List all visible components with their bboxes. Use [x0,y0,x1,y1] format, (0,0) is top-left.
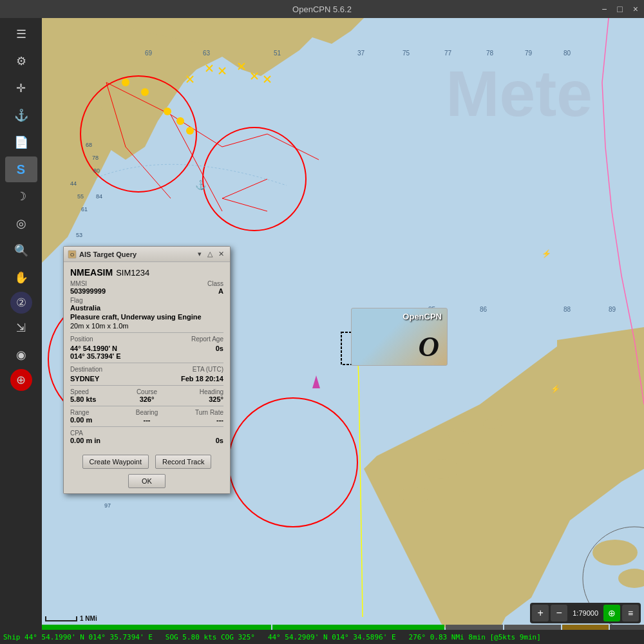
opencpn-logo: OpenCPN O [351,308,448,366]
ais-dialog: O AIS Target Query ▾ △ ✕ NMEASIM SIM1234… [63,246,231,494]
zoom-controls: + − 1:79000 ⊕ ≡ [530,603,641,623]
ais-dialog-close[interactable]: ✕ [216,250,226,258]
vessel-callsign: SIM1234 [116,268,149,278]
report-age-value: 0s [216,345,223,360]
ais-ok-area: OK [64,474,230,493]
hand-tool-button[interactable]: ✋ [5,265,37,290]
scale-line [45,616,77,621]
bar-green-2 [272,625,444,630]
turn-rate-value: --- [174,416,223,424]
mmsi-value: 503999999 [70,287,106,295]
range-label: Range [70,409,120,416]
zoom-out-button[interactable]: − [551,605,567,621]
destination-value: SYDNEY [70,375,99,383]
course-value: 326° [122,395,172,403]
status-bearing: 276° 0.83 NMi 8min [@5kts 9min] [409,633,541,641]
speed-label: Speed [70,388,120,395]
position-label: Position [70,336,93,343]
zoom-tool-button[interactable]: 🔍 [5,238,37,263]
vessel-lon: 014° 35.7394' E [70,352,121,360]
vessel-dimensions: 20m x 10m x 1.0m [70,322,223,330]
hamburger-menu-button[interactable]: ☰ [5,21,37,47]
report-age-label: Report Age [191,336,223,343]
opencpn-logo-o: O [419,330,440,363]
status-sog: SOG 5.80 kts COG 325° [166,633,255,641]
ais-dialog-icon: O [68,250,77,259]
vessel-lat: 44° 54.1990' N [70,345,121,352]
vessel-name: NMEASIM [70,267,113,278]
app-title: OpenCPN 5.6.2 [292,5,352,14]
anchor-button[interactable]: ⚓ [5,102,37,128]
night-mode-button[interactable]: ☽ [5,184,37,209]
bearing-value: --- [122,416,172,424]
ais-dialog-buttons: Create Waypoint Record Track [64,450,230,474]
target-button[interactable]: ◎ [5,211,37,236]
ais-dialog-titlebar[interactable]: O AIS Target Query ▾ △ ✕ [64,247,230,262]
ais-dialog-minimize[interactable]: ▾ [196,250,204,258]
cpa-value: 0.00 m in [70,437,100,444]
close-button[interactable]: × [630,4,641,14]
pointer-tool-button[interactable]: ✛ [5,75,37,101]
destination-label: Destination [70,366,102,373]
layers-button[interactable]: 📄 [5,129,37,155]
mmsi-label: MMSI [70,280,106,287]
eta-label: ETA (UTC) [193,366,223,373]
ais-button[interactable]: ◉ [5,342,37,368]
left-toolbar: ☰ ⚙ ✛ ⚓ 📄 S ☽ ◎ 🔍 ✋ ② ⇲ ◉ ⊕ [0,18,42,630]
class-label: Class [207,280,223,287]
flag-value: Australia [70,304,223,312]
gps-icon-button[interactable]: ⊕ [603,605,620,621]
scale-label: 1 NMi [80,615,97,622]
vessel-type: Pleasure craft, Underway using Engine [70,313,223,321]
bar-gray-1 [446,625,503,630]
bar-gray-2 [504,625,562,630]
waypoint-button[interactable]: ⇲ [5,315,37,341]
zoom-level-display: 1:79000 [569,609,601,617]
bar-brown-1 [562,625,608,630]
range-value: 0.00 m [70,416,120,424]
class-value: A [207,287,223,295]
chart-menu-button[interactable]: ≡ [622,605,639,621]
eta-value: Feb 18 20:14 [181,375,223,383]
zoom-in-button[interactable]: + [532,605,549,621]
cpa-time: 0s [216,437,223,444]
maximize-button[interactable]: □ [614,4,625,14]
heading-label: Heading [174,388,223,395]
info-button[interactable]: ⊕ [10,369,32,391]
status-ship-info: Ship 44° 54.1990' N 014° 35.7394' E [3,633,153,641]
scale-bar: 1 NMi [45,615,97,622]
ais-dialog-title: AIS Target Query [79,251,137,258]
ais-dialog-content: NMEASIM SIM1234 MMSI 503999999 Class A F… [64,262,230,450]
heading-value: 325° [174,395,223,403]
create-waypoint-button[interactable]: Create Waypoint [82,455,149,469]
cpa-label: CPA [70,430,223,437]
route-button[interactable]: S [5,156,37,182]
titlebar: OpenCPN 5.6.2 − □ × [0,0,644,18]
turn-rate-label: Turn Rate [174,409,223,416]
course-label: Course [122,388,172,395]
statusbar: Ship 44° 54.1990' N 014° 35.7394' E SOG … [0,630,644,644]
number-button[interactable]: ② [10,292,32,314]
speed-value: 5.80 kts [70,395,120,403]
settings-button[interactable]: ⚙ [5,48,37,74]
ok-button[interactable]: OK [128,474,166,488]
minimize-button[interactable]: − [599,4,609,14]
bar-green-1 [42,625,271,630]
record-track-button[interactable]: Record Track [155,455,211,469]
svg-text:O: O [70,252,74,258]
flag-label: Flag [70,297,223,304]
bottom-indicator-bars [42,625,644,630]
ais-dialog-restore[interactable]: △ [205,250,214,258]
status-position: 44° 54.2909' N 014° 34.5896' E [268,633,396,641]
opencpn-logo-text: OpenCPN [402,312,442,321]
bar-gray-3 [610,625,644,630]
bearing-label: Bearing [122,409,172,416]
